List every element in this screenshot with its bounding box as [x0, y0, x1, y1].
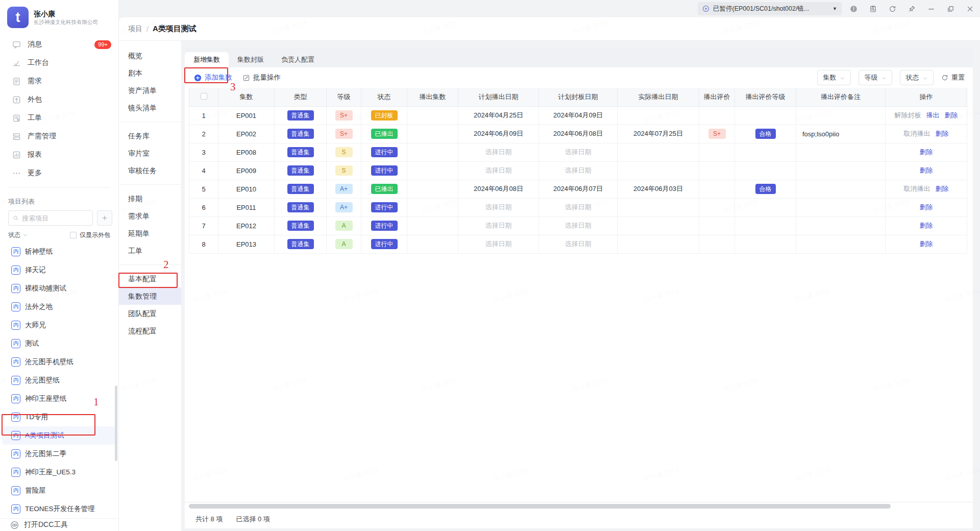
- project-item[interactable]: 内沧元图壁纸: [2, 371, 116, 390]
- menu-item-item[interactable]: 排期: [119, 190, 181, 207]
- action-muted-link[interactable]: 解除封板: [895, 111, 921, 119]
- date-picker[interactable]: 选择日期: [565, 166, 592, 174]
- action-muted-link[interactable]: 取消播出: [904, 130, 930, 137]
- nav-item-manage[interactable]: 产需管理: [0, 127, 118, 146]
- project-item[interactable]: 内测试: [2, 334, 116, 353]
- action-link[interactable]: 删除: [920, 148, 933, 156]
- menu-item-item[interactable]: 剧本: [119, 64, 181, 82]
- action-link[interactable]: 删除: [920, 222, 933, 229]
- project-item[interactable]: 内神印王座壁纸: [2, 390, 116, 408]
- search-input[interactable]: [8, 210, 93, 226]
- menu-item-item[interactable]: 镜头清单: [119, 99, 181, 116]
- only-outsource-checkbox[interactable]: [70, 232, 77, 238]
- date-picker[interactable]: 选择日期: [565, 240, 592, 248]
- tab[interactable]: 负责人配置: [273, 52, 323, 67]
- menu-item-item[interactable]: 概览: [119, 47, 181, 64]
- nav-item-more[interactable]: 更多: [0, 164, 118, 182]
- menu-item-selected[interactable]: 集数管理: [119, 287, 181, 305]
- menu-item-item[interactable]: 审片室: [119, 144, 181, 162]
- menu-item-item[interactable]: 工单: [119, 242, 181, 259]
- project-status-filter[interactable]: 状态: [8, 231, 20, 239]
- project-item[interactable]: 内A类项目测试: [2, 426, 116, 445]
- date-picker[interactable]: 选择日期: [485, 148, 512, 156]
- nav-item-outsource[interactable]: 外包: [0, 90, 118, 109]
- maximize-button[interactable]: [947, 5, 954, 13]
- project-item[interactable]: 内沧元图第二季: [2, 445, 116, 463]
- project-item[interactable]: 内斩神壁纸: [2, 243, 116, 261]
- date-picker[interactable]: 选择日期: [485, 203, 512, 211]
- project-item[interactable]: 内大师兄: [2, 316, 116, 334]
- project-item[interactable]: 内TD专用: [2, 408, 116, 426]
- pin-icon[interactable]: [908, 5, 916, 13]
- table-row: 2EP002普通集S+已播出2024年06月09日2024年06月08日2024…: [189, 125, 967, 143]
- date-picker[interactable]: 选择日期: [565, 203, 592, 211]
- project-item[interactable]: 内择天记: [2, 261, 116, 279]
- plan-air-date-cell[interactable]: 选择日期: [458, 216, 539, 235]
- feedback-icon[interactable]: [869, 5, 877, 13]
- sidebar-scrollbar[interactable]: [115, 385, 117, 461]
- plan-air-date-cell[interactable]: 选择日期: [458, 235, 539, 253]
- project-item[interactable]: 内裸模动捕测试: [2, 279, 116, 298]
- plan-seal-date-cell[interactable]: 选择日期: [539, 198, 618, 216]
- nav-item-workbench[interactable]: 工作台: [0, 54, 118, 72]
- date-picker[interactable]: 选择日期: [485, 222, 512, 229]
- tab[interactable]: 集数封版: [229, 52, 273, 67]
- menu-item-item[interactable]: 延期单: [119, 225, 181, 242]
- refresh-icon[interactable]: [889, 5, 896, 13]
- action-link[interactable]: 删除: [936, 185, 949, 192]
- filter-button[interactable]: 集数: [817, 70, 851, 85]
- date-picker[interactable]: 选择日期: [565, 222, 592, 229]
- action-link[interactable]: 删除: [920, 240, 933, 248]
- plan-air-date-cell[interactable]: 选择日期: [458, 161, 539, 180]
- info-icon[interactable]: [850, 5, 857, 13]
- menu-item-item[interactable]: 需求单: [119, 207, 181, 225]
- breadcrumb-root[interactable]: 项目: [128, 25, 142, 34]
- add-episode-button[interactable]: 添加集数: [190, 73, 236, 82]
- project-item[interactable]: 内TEONES开发任务管理: [2, 500, 116, 518]
- plan-seal-date-cell[interactable]: 选择日期: [539, 235, 618, 253]
- tab[interactable]: 新增集数: [185, 52, 229, 67]
- select-all-checkbox[interactable]: [201, 93, 207, 100]
- menu-item-item[interactable]: 基本配置: [119, 270, 181, 287]
- plan-seal-date-cell[interactable]: 选择日期: [539, 161, 618, 180]
- reset-button[interactable]: 重置: [941, 73, 965, 82]
- action-muted-link[interactable]: 取消播出: [904, 185, 930, 192]
- plan-air-date-cell[interactable]: 选择日期: [458, 198, 539, 216]
- nav-item-message[interactable]: 消息99+: [0, 35, 118, 54]
- menu-item-item[interactable]: 资产清单: [119, 82, 181, 99]
- add-project-button[interactable]: +: [97, 210, 112, 226]
- nav-item-requirement[interactable]: 需求: [0, 72, 118, 90]
- horizontal-scrollbar-thumb[interactable]: [189, 504, 891, 509]
- filter-button[interactable]: 等级: [859, 70, 892, 85]
- plan-air-date-cell[interactable]: 选择日期: [458, 143, 539, 161]
- plan-seal-date-cell[interactable]: 选择日期: [539, 216, 618, 235]
- menu-item-item[interactable]: 团队配置: [119, 305, 181, 322]
- action-link[interactable]: 删除: [936, 130, 949, 137]
- filter-button[interactable]: 状态: [900, 70, 934, 85]
- menu-item-item[interactable]: 任务库: [119, 127, 181, 144]
- nav-item-report[interactable]: 报表: [0, 146, 118, 164]
- user-block[interactable]: t 张小康 长沙神漫文化科技有限公司: [0, 0, 118, 33]
- date-picker[interactable]: 选择日期: [565, 148, 592, 156]
- batch-operation-button[interactable]: 批量操作: [242, 73, 281, 82]
- date-picker[interactable]: 选择日期: [485, 240, 512, 248]
- dcc-tool-button[interactable]: 打开DCC工具: [0, 518, 118, 531]
- project-item[interactable]: 内法外之地: [2, 298, 116, 316]
- select-all-header[interactable]: [189, 88, 218, 106]
- render-status-dropdown[interactable]: 已暂停(EP001/SC01/shot002/镜... ▼: [698, 2, 842, 15]
- date-picker[interactable]: 选择日期: [485, 166, 512, 174]
- action-link[interactable]: 删除: [945, 111, 958, 119]
- minimize-button[interactable]: [927, 5, 935, 13]
- action-link[interactable]: 删除: [920, 203, 933, 211]
- project-search-field[interactable]: [22, 214, 88, 222]
- close-button[interactable]: [966, 5, 974, 13]
- action-link[interactable]: 删除: [920, 166, 933, 174]
- plan-seal-date-cell[interactable]: 选择日期: [539, 143, 618, 161]
- nav-item-ticket[interactable]: 工单: [0, 109, 118, 127]
- menu-item-item[interactable]: 审核任务: [119, 162, 181, 179]
- project-item[interactable]: 内冒险屋: [2, 481, 116, 500]
- project-item[interactable]: 内神印王座_UE5.3: [2, 463, 116, 481]
- project-item[interactable]: 内沧元图手机壁纸: [2, 353, 116, 371]
- action-link[interactable]: 播出: [926, 111, 940, 119]
- menu-item-item[interactable]: 流程配置: [119, 322, 181, 340]
